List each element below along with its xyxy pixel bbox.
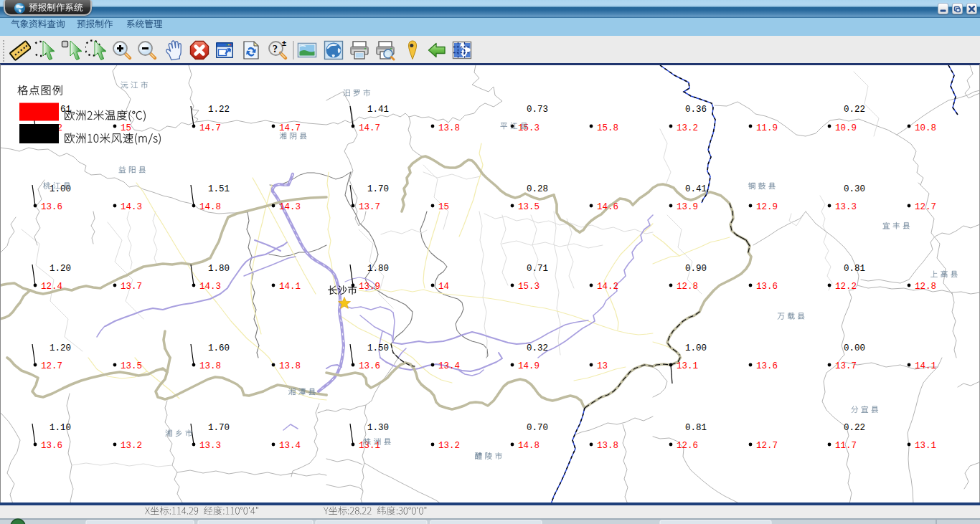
svg-text:1.10: 1.10 bbox=[50, 423, 71, 433]
svg-text:12.4: 12.4 bbox=[41, 282, 62, 292]
svg-text:0.28: 0.28 bbox=[527, 184, 548, 194]
svg-text:0.30: 0.30 bbox=[844, 184, 865, 194]
svg-text:1.80: 1.80 bbox=[208, 264, 230, 274]
svg-text:1.50: 1.50 bbox=[367, 343, 389, 353]
svg-text:?: ? bbox=[273, 44, 278, 54]
svg-text:0.81: 0.81 bbox=[844, 264, 865, 274]
svg-text:15.3: 15.3 bbox=[518, 123, 540, 133]
svg-text:1.70: 1.70 bbox=[208, 423, 230, 433]
svg-text:0.90: 0.90 bbox=[685, 264, 707, 274]
svg-text:13.3: 13.3 bbox=[835, 202, 857, 212]
svg-text:0.22: 0.22 bbox=[844, 423, 865, 433]
svg-text:13.6: 13.6 bbox=[756, 282, 778, 292]
svg-text:13.6: 13.6 bbox=[41, 441, 62, 451]
svg-text:13.6: 13.6 bbox=[359, 361, 380, 371]
svg-text:12.9: 12.9 bbox=[756, 202, 778, 212]
svg-text:14.8: 14.8 bbox=[199, 202, 221, 212]
svg-text:11.9: 11.9 bbox=[756, 123, 778, 133]
svg-text:13.7: 13.7 bbox=[359, 202, 380, 212]
svg-text:1.80: 1.80 bbox=[367, 264, 389, 274]
svg-text:13.6: 13.6 bbox=[756, 361, 778, 371]
svg-text:0.00: 0.00 bbox=[844, 343, 865, 353]
svg-text:13.1: 13.1 bbox=[677, 361, 698, 371]
svg-text:13.1: 13.1 bbox=[915, 441, 936, 451]
svg-text:13.5: 13.5 bbox=[518, 202, 540, 212]
svg-text:14.7: 14.7 bbox=[279, 123, 301, 133]
svg-text:13.8: 13.8 bbox=[438, 123, 460, 133]
svg-text:0.41: 0.41 bbox=[685, 184, 707, 194]
svg-text:1.51: 1.51 bbox=[208, 184, 230, 194]
svg-text:1.20: 1.20 bbox=[50, 264, 71, 274]
svg-text:14.1: 14.1 bbox=[915, 361, 936, 371]
svg-text:11.7: 11.7 bbox=[835, 441, 857, 451]
svg-text:12.7: 12.7 bbox=[41, 361, 62, 371]
svg-text:13.9: 13.9 bbox=[359, 282, 380, 292]
svg-text:12.2: 12.2 bbox=[835, 282, 857, 292]
svg-text:15.8: 15.8 bbox=[597, 123, 618, 133]
svg-text:0.32: 0.32 bbox=[527, 343, 548, 353]
svg-text:13.2: 13.2 bbox=[677, 123, 698, 133]
svg-text:1.30: 1.30 bbox=[367, 423, 389, 433]
svg-text:±: ± bbox=[282, 39, 286, 47]
svg-text:0.81: 0.81 bbox=[685, 423, 707, 433]
svg-text:14.8: 14.8 bbox=[518, 441, 540, 451]
svg-text:14.7: 14.7 bbox=[199, 123, 221, 133]
svg-text:12.7: 12.7 bbox=[915, 202, 936, 212]
svg-text:1.00: 1.00 bbox=[685, 343, 707, 353]
svg-text:0.36: 0.36 bbox=[685, 105, 707, 115]
svg-text:15: 15 bbox=[121, 123, 131, 133]
svg-text:13.8: 13.8 bbox=[597, 441, 618, 451]
svg-text:0.71: 0.71 bbox=[527, 264, 548, 274]
svg-text:0.73: 0.73 bbox=[527, 105, 548, 115]
svg-text:13.5: 13.5 bbox=[121, 361, 142, 371]
svg-text:14.2: 14.2 bbox=[597, 282, 618, 292]
svg-text:14.3: 14.3 bbox=[121, 202, 142, 212]
svg-text:13.4: 13.4 bbox=[438, 361, 460, 371]
svg-text:14.3: 14.3 bbox=[279, 202, 301, 212]
svg-text:1.00: 1.00 bbox=[50, 184, 71, 194]
svg-text:14.1: 14.1 bbox=[279, 282, 301, 292]
svg-text:0.22: 0.22 bbox=[844, 105, 865, 115]
svg-text:15: 15 bbox=[438, 202, 449, 212]
svg-text:14.9: 14.9 bbox=[518, 361, 540, 371]
svg-text:12.8: 12.8 bbox=[915, 282, 936, 292]
svg-text:13.7: 13.7 bbox=[835, 361, 857, 371]
svg-text:14: 14 bbox=[438, 282, 449, 292]
svg-text:10.9: 10.9 bbox=[835, 123, 857, 133]
svg-text:15.3: 15.3 bbox=[518, 282, 540, 292]
svg-text:1.70: 1.70 bbox=[367, 184, 389, 194]
svg-text:12.7: 12.7 bbox=[756, 441, 778, 451]
svg-text:13.8: 13.8 bbox=[199, 361, 221, 371]
svg-text:0.70: 0.70 bbox=[527, 423, 548, 433]
svg-text:1.22: 1.22 bbox=[208, 105, 230, 115]
svg-text:13.6: 13.6 bbox=[41, 202, 62, 212]
svg-text:1.60: 1.60 bbox=[208, 343, 230, 353]
svg-text:14.6: 14.6 bbox=[597, 202, 618, 212]
svg-text:13.9: 13.9 bbox=[677, 202, 698, 212]
svg-text:13: 13 bbox=[597, 361, 608, 371]
svg-text:13.2: 13.2 bbox=[121, 441, 142, 451]
svg-text:13.3: 13.3 bbox=[199, 441, 221, 451]
svg-text:1.41: 1.41 bbox=[367, 105, 389, 115]
svg-text:12.8: 12.8 bbox=[677, 282, 698, 292]
svg-text:13.7: 13.7 bbox=[121, 282, 142, 292]
svg-text:10.8: 10.8 bbox=[915, 123, 936, 133]
svg-text:13.8: 13.8 bbox=[279, 361, 301, 371]
svg-text:12.6: 12.6 bbox=[677, 441, 698, 451]
svg-text:1.20: 1.20 bbox=[50, 343, 71, 353]
svg-text:13.2: 13.2 bbox=[438, 441, 460, 451]
svg-text:13.4: 13.4 bbox=[279, 441, 301, 451]
svg-text:14.7: 14.7 bbox=[359, 123, 380, 133]
svg-text:14.3: 14.3 bbox=[199, 282, 221, 292]
